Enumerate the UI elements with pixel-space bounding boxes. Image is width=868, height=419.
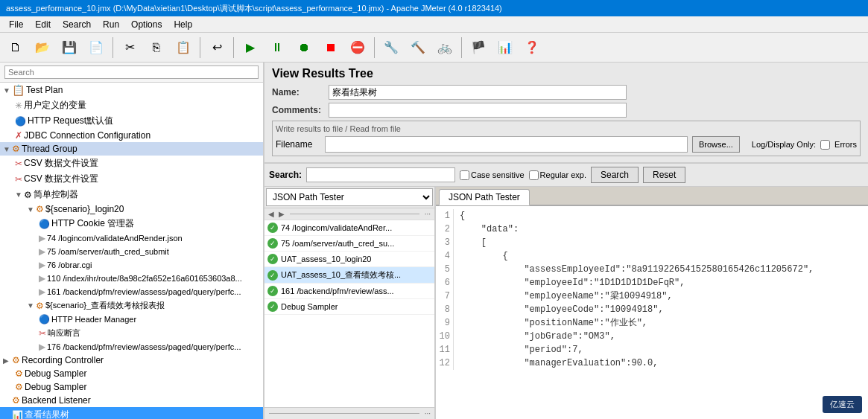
vars-icon: ✳ xyxy=(15,100,22,111)
toolbar-settings1-btn[interactable]: 🔧 xyxy=(378,35,404,60)
toolbar-sep1 xyxy=(113,37,113,58)
tree-item-vrt[interactable]: 📊 查看结果树 xyxy=(0,407,263,419)
name-input[interactable] xyxy=(329,85,627,100)
scroll-right-arrow[interactable]: ▶ xyxy=(276,209,287,219)
toolbar-copy-btn[interactable]: ⎘ xyxy=(144,35,169,60)
tree-item-header-mgr[interactable]: 🔵 HTTP Header Manager xyxy=(0,313,263,326)
menu-search[interactable]: Search xyxy=(57,18,97,31)
comments-row: Comments: xyxy=(272,103,861,118)
tree-item-cookie[interactable]: 🔵 HTTP Cookie 管理器 xyxy=(0,216,263,231)
result-icon-1: ✓ xyxy=(267,238,278,249)
json-line: 5 "assessEmployeeId":"8a9119226541525801… xyxy=(439,263,865,276)
tree-item-csv1[interactable]: ✂ CSV 数据文件设置 xyxy=(0,156,263,171)
tree-item-req75[interactable]: ▶ 75 /oam/server/auth_cred_submit xyxy=(0,245,263,258)
tree-item-threadgroup[interactable]: ▼ ⚙ Thread Group xyxy=(0,142,263,156)
line-content: "managerEvaluation":90.0, xyxy=(460,356,658,370)
tree-label-debug2: Debug Sampler xyxy=(25,382,86,392)
result-text-4: 161 /backend/pfm/review/ass... xyxy=(281,287,394,295)
line-content: { xyxy=(460,209,465,223)
expand-threadgroup: ▼ xyxy=(3,145,10,153)
toolbar-open-btn[interactable]: 📂 xyxy=(30,35,55,60)
result-icon-4: ✓ xyxy=(267,286,278,296)
regular-exp-checkbox[interactable] xyxy=(529,170,539,180)
tree-item-debug2[interactable]: ⚙ Debug Sampler xyxy=(0,380,263,394)
toolbar-help-btn[interactable]: ❓ xyxy=(519,35,545,60)
search-input[interactable] xyxy=(306,167,455,182)
reset-button[interactable]: Reset xyxy=(643,167,685,183)
filename-input[interactable] xyxy=(325,136,688,153)
name-label: Name: xyxy=(272,87,324,97)
json-line: 10 "jobGrade":"OM3", xyxy=(439,330,865,343)
comments-input[interactable] xyxy=(329,103,627,118)
browse-button[interactable]: Browse... xyxy=(692,136,740,153)
toolbar-pause-btn[interactable]: ⏸ xyxy=(264,35,290,60)
testplan-icon: 📋 xyxy=(12,84,25,96)
line-content: "employeeName":"梁10094918", xyxy=(460,290,673,303)
left-search-bar xyxy=(0,63,263,83)
tree-item-csv2[interactable]: ✂ CSV 数据文件设置 xyxy=(0,171,263,187)
errors-checkbox[interactable] xyxy=(820,140,830,150)
line-number: 12 xyxy=(439,356,454,370)
json-panel: JSON Path Tester 1{2 "data":3 [4 {5 "ass… xyxy=(436,187,868,419)
toolbar-paste-btn[interactable]: 📋 xyxy=(171,35,196,60)
tree-item-simple-ctrl[interactable]: ▼ ⚙ 简单控制器 xyxy=(0,187,263,202)
toolbar-flag-btn[interactable]: 🏴 xyxy=(466,35,491,60)
case-sensitive-checkbox[interactable] xyxy=(460,170,469,180)
toolbar-start-btn[interactable]: ▶ xyxy=(238,35,263,60)
req176-icon: ▶ xyxy=(39,342,45,352)
tree-item-vars[interactable]: ✳ 用户定义的变量 xyxy=(0,97,263,113)
menu-help[interactable]: Help xyxy=(168,18,198,31)
toolbar-save-btn[interactable]: 💾 xyxy=(57,35,82,60)
result-item-3[interactable]: ✓ UAT_assess_10_查看绩效考核... xyxy=(264,267,434,284)
tree-item-scenario2[interactable]: ▼ ⚙ ${scenario}_查看绩效考核报表报 xyxy=(0,298,263,313)
menu-edit[interactable]: Edit xyxy=(29,18,57,31)
left-search-input[interactable] xyxy=(4,65,259,79)
toolbar-settings2-btn[interactable]: 🔨 xyxy=(405,35,431,60)
menu-options[interactable]: Options xyxy=(125,18,168,31)
toolbar-stop-btn[interactable]: ⏹ xyxy=(318,35,343,60)
tree-item-req110[interactable]: ▶ 110 /index/ihr/route/8a98c2fa652e16a60… xyxy=(0,272,263,285)
scenario-login-icon: ⚙ xyxy=(36,204,44,214)
line-number: 6 xyxy=(439,276,454,290)
result-item-1[interactable]: ✓ 75 /oam/server/auth_cred_su... xyxy=(264,236,434,252)
tree-item-req76[interactable]: ▶ 76 /obrar.cgi xyxy=(0,258,263,272)
json-path-tester-tab[interactable]: JSON Path Tester xyxy=(439,189,530,205)
toolbar-cut-btn[interactable]: ✂ xyxy=(117,35,142,60)
tree-item-req161[interactable]: ▶ 161 /backend/pfm/review/assess/paged/q… xyxy=(0,285,263,298)
result-item-2[interactable]: ✓ UAT_assess_10_login20 xyxy=(264,252,434,267)
toolbar-chart-btn[interactable]: 📊 xyxy=(492,35,518,60)
result-icon-3: ✓ xyxy=(267,270,278,281)
tree-item-debug1[interactable]: ⚙ Debug Sampler xyxy=(0,367,263,380)
tree-item-scenario-login[interactable]: ▼ ⚙ ${scenario}_login20 xyxy=(0,202,263,216)
scroll-left-arrow[interactable]: ◀ xyxy=(266,209,276,219)
tree-item-backend[interactable]: ⚙ Backend Listener xyxy=(0,394,263,407)
result-item-4[interactable]: ✓ 161 /backend/pfm/review/ass... xyxy=(264,284,434,299)
tree-item-jdbc[interactable]: ✗ JDBC Connection Configuration xyxy=(0,129,263,142)
toolbar-stopall-btn[interactable]: ⛔ xyxy=(345,35,370,60)
menu-run[interactable]: Run xyxy=(97,18,125,31)
result-item-0[interactable]: ✓ 74 /logincom/validateAndRer... xyxy=(264,220,434,236)
line-number: 9 xyxy=(439,316,454,330)
tree-label-req74: 74 /logincom/validateAndRender.json xyxy=(47,234,183,243)
toolbar-undo-btn[interactable]: ↩ xyxy=(204,35,229,60)
scroll-line xyxy=(290,214,419,214)
search-button[interactable]: Search xyxy=(591,167,639,183)
tree-item-recording[interactable]: ▶ ⚙ Recording Controller xyxy=(0,354,263,367)
toolbar-new-btn[interactable]: 🗋 xyxy=(3,35,28,60)
req76-icon: ▶ xyxy=(39,260,45,270)
tree-label-threadgroup: Thread Group xyxy=(22,144,77,154)
menu-file[interactable]: File xyxy=(3,18,29,31)
view-dropdown[interactable]: JSON Path Tester xyxy=(266,188,433,206)
toolbar-record-btn[interactable]: ⏺ xyxy=(291,35,317,60)
tree-item-req176[interactable]: ▶ 176 /backend/pfm/review/assess/paged/q… xyxy=(0,340,263,354)
tree-item-http-default[interactable]: 🔵 HTTP Request默认值 xyxy=(0,113,263,129)
tree-item-testplan[interactable]: ▼ 📋 Test Plan xyxy=(0,83,263,97)
tree-label-scenario2: ${scenario}_查看绩效考核报表报 xyxy=(45,300,165,311)
tree-item-req74[interactable]: ▶ 74 /logincom/validateAndRender.json xyxy=(0,231,263,245)
toolbar-settings3-btn[interactable]: 🚲 xyxy=(432,35,457,60)
tree-item-assert[interactable]: ✂ 响应断言 xyxy=(0,326,263,340)
json-content[interactable]: 1{2 "data":3 [4 {5 "assessEmployeeId":"8… xyxy=(436,206,868,419)
toolbar-saveas-btn[interactable]: 📄 xyxy=(83,35,109,60)
search-bar: Search: Case sensitive Regular exp. Sear… xyxy=(264,164,868,187)
result-item-5[interactable]: ✓ Debug Sampler xyxy=(264,299,434,315)
